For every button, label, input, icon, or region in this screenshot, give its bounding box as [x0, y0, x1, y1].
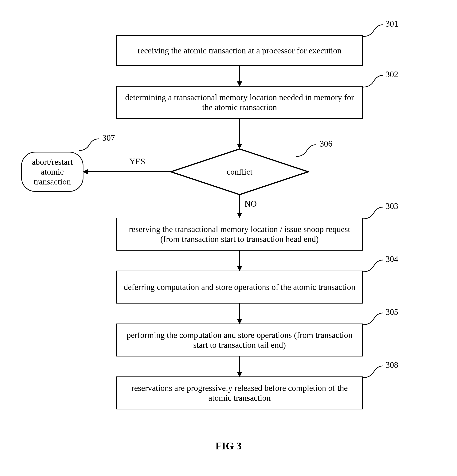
- box-303-text: reserving the transactional memory locat…: [122, 224, 357, 244]
- box-301-text: receiving the atomic transaction at a pr…: [138, 46, 341, 56]
- ref-304: 304: [386, 254, 398, 264]
- box-305: performing the computation and store ope…: [116, 323, 363, 357]
- callout-301: [362, 24, 386, 41]
- box-303: reserving the transactional memory locat…: [116, 218, 363, 251]
- box-308-text: reservations are progressively released …: [122, 383, 357, 403]
- svg-marker-6: [83, 169, 88, 174]
- label-no: NO: [244, 199, 257, 209]
- decision-306: conflict: [170, 148, 309, 195]
- label-yes: YES: [129, 156, 145, 166]
- ref-307: 307: [102, 133, 115, 143]
- callout-308: [362, 365, 386, 382]
- ref-305: 305: [386, 307, 398, 317]
- callout-307: [78, 138, 101, 155]
- box-301: receiving the atomic transaction at a pr…: [116, 35, 363, 66]
- terminal-307-text: abort/restart atomic transaction: [26, 157, 78, 187]
- figure-label: FIG 3: [9, 440, 448, 452]
- ref-301: 301: [386, 19, 398, 29]
- arrow-301-302: [236, 66, 243, 88]
- box-304: deferring computation and store operatio…: [116, 271, 363, 304]
- arrow-302-306: [236, 119, 243, 150]
- callout-304: [362, 259, 386, 276]
- ref-308: 308: [386, 360, 398, 370]
- arrow-306-307: [82, 168, 172, 176]
- arrow-305-308: [236, 357, 243, 379]
- callout-305: [362, 312, 386, 329]
- arrow-306-303: [236, 195, 243, 219]
- callout-303: [362, 206, 386, 223]
- terminal-307: abort/restart atomic transaction: [21, 152, 83, 192]
- ref-303: 303: [386, 201, 398, 211]
- box-308: reservations are progressively released …: [116, 376, 363, 409]
- callout-306: [295, 144, 318, 161]
- box-305-text: performing the computation and store ope…: [122, 330, 357, 350]
- box-302-text: determining a transactional memory locat…: [122, 93, 357, 112]
- box-302: determining a transactional memory locat…: [116, 86, 363, 119]
- box-304-text: deferring computation and store operatio…: [124, 282, 356, 292]
- svg-marker-8: [237, 213, 242, 218]
- flowchart-container: receiving the atomic transaction at a pr…: [9, 9, 448, 467]
- ref-306: 306: [320, 139, 332, 149]
- arrow-304-305: [236, 304, 243, 326]
- ref-302: 302: [386, 69, 398, 79]
- decision-306-text: conflict: [227, 167, 252, 177]
- callout-302: [362, 74, 386, 92]
- arrow-303-304: [236, 251, 243, 273]
